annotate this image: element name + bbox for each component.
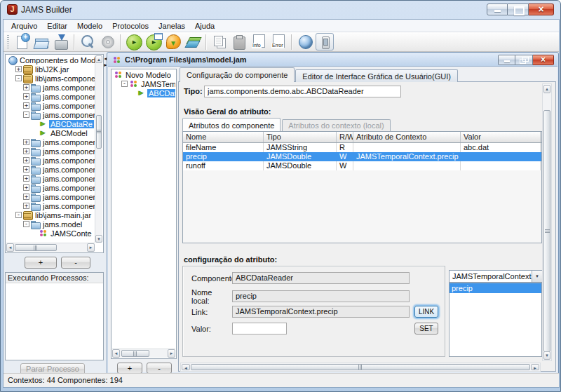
scroll-left-icon[interactable]: [182, 364, 190, 370]
set-button[interactable]: SET: [414, 323, 438, 334]
tab-atributos-componente[interactable]: Atributos do componente: [182, 118, 280, 131]
collapse-icon[interactable]: [23, 221, 29, 227]
run-icon[interactable]: [125, 33, 143, 50]
expand-icon[interactable]: [23, 93, 29, 100]
scroll-up-icon[interactable]: [543, 85, 550, 93]
processes-list[interactable]: [6, 283, 103, 360]
add-library-button[interactable]: +: [25, 257, 57, 269]
paste-icon[interactable]: [230, 33, 248, 50]
context-list-item[interactable]: precip: [450, 283, 541, 293]
export-icon[interactable]: [164, 33, 182, 50]
expand-icon[interactable]: [23, 166, 29, 173]
hscroll-thumb[interactable]: [121, 350, 149, 357]
vscroll-thumb[interactable]: [543, 110, 550, 352]
expand-icon[interactable]: [23, 157, 29, 163]
model-restore-button[interactable]: [515, 55, 533, 65]
vscroll-thumb[interactable]: [96, 115, 102, 149]
toolbar-grip-icon[interactable]: [7, 35, 9, 49]
title-bar[interactable]: J JAMS Builder: [1, 1, 560, 19]
component-item-jams-componen[interactable]: jams.componen: [6, 183, 95, 192]
valor-field[interactable]: [232, 323, 287, 334]
hscroll-thumb[interactable]: [191, 364, 530, 370]
model-tree-hscrollbar[interactable]: [112, 349, 175, 358]
expand-icon[interactable]: [23, 102, 29, 109]
model-item-novo-modelo[interactable]: Novo Modelo: [112, 70, 175, 79]
link-field[interactable]: JAMSTemporalContext.precip: [232, 306, 410, 318]
open-folder-icon[interactable]: [32, 33, 50, 50]
column-header-nome[interactable]: Nome: [183, 132, 264, 142]
table-row[interactable]: precipJAMSDoubleWJAMSTemporalContext.pre…: [183, 152, 541, 161]
scroll-down-icon[interactable]: [543, 351, 550, 360]
tab-content-hscrollbar[interactable]: [180, 363, 541, 372]
layers-icon[interactable]: [184, 33, 202, 50]
component-item-jams-componen[interactable]: jams.componen: [6, 101, 95, 110]
component-item-lib-jams-component[interactable]: lib\jams-component: [6, 74, 95, 83]
menu-item-ajuda[interactable]: Ajuda: [190, 20, 219, 32]
tipo-field[interactable]: jams.components.demo.abc.ABCDataReader: [204, 86, 401, 97]
scroll-left-icon[interactable]: [112, 349, 120, 358]
menu-item-modelo[interactable]: Modelo: [72, 20, 107, 32]
tab-configuracao[interactable]: Configuração do componente: [180, 67, 295, 82]
expand-icon[interactable]: [23, 84, 29, 90]
menu-item-arquivo[interactable]: Arquivo: [6, 20, 42, 32]
component-item-lib-j2k-jar[interactable]: lib\J2K.jar: [6, 65, 95, 74]
nome-local-field[interactable]: precip: [232, 290, 410, 302]
remove-library-button[interactable]: -: [61, 257, 90, 269]
component-item-lib-jams-main-jar[interactable]: lib\jams-main.jar: [6, 210, 95, 219]
context-combobox[interactable]: JAMSTemporalContext: [449, 270, 542, 283]
model-minimize-button[interactable]: [498, 55, 515, 65]
components-tree-vscrollbar[interactable]: [95, 55, 102, 243]
model-item-jamstemporalc[interactable]: JAMSTemporalC: [112, 79, 175, 88]
expand-icon[interactable]: [23, 184, 29, 191]
collapse-icon[interactable]: [23, 111, 29, 118]
collapse-icon[interactable]: [121, 81, 128, 87]
components-tree-hscrollbar[interactable]: [6, 243, 95, 252]
expand-icon[interactable]: [23, 203, 29, 209]
globe-icon[interactable]: [296, 33, 314, 50]
run-window-icon[interactable]: [144, 33, 163, 50]
chevron-down-icon[interactable]: [532, 271, 543, 282]
component-item-jamsconte[interactable]: JAMSConte: [6, 229, 95, 238]
expand-icon[interactable]: [23, 175, 29, 182]
componente-field[interactable]: ABCDataReader: [232, 272, 410, 284]
model-item-abcdatarea[interactable]: ABCDataRea: [112, 88, 175, 97]
hscroll-thumb[interactable]: [15, 244, 57, 251]
menu-item-editar[interactable]: Editar: [42, 20, 72, 32]
component-item-jams-componen[interactable]: jams.componen: [6, 137, 95, 147]
component-item-componentes-do-model[interactable]: Componentes do Model: [6, 55, 95, 65]
remove-component-button[interactable]: -: [147, 363, 172, 374]
model-close-button[interactable]: [533, 55, 554, 65]
component-item-jams-model[interactable]: jams.model: [6, 219, 95, 229]
model-window-titlebar[interactable]: C:\Program Files\jams\model.jam: [108, 53, 557, 67]
error-doc-icon[interactable]: Error: [269, 33, 288, 50]
new-file-icon[interactable]: [13, 33, 31, 50]
collapse-icon[interactable]: [15, 75, 22, 81]
expand-icon[interactable]: [23, 194, 29, 200]
component-item-jams-componen[interactable]: jams.componen: [6, 192, 95, 201]
component-item-jams-componen[interactable]: jams.componen: [6, 174, 95, 183]
scroll-right-icon[interactable]: [87, 243, 95, 252]
component-item-jams-componen[interactable]: jams.componen: [6, 156, 95, 165]
gear-icon[interactable]: [98, 33, 116, 50]
tab-atributos-contexto[interactable]: Atributos do contexto (local): [282, 119, 390, 131]
menu-item-janelas[interactable]: Janelas: [154, 20, 190, 32]
component-item-jams-componen[interactable]: jams.componen: [6, 201, 95, 210]
copy-icon[interactable]: [210, 33, 229, 50]
scroll-up-icon[interactable]: [95, 55, 102, 63]
add-component-button[interactable]: +: [117, 363, 142, 374]
component-item-abcmodel[interactable]: ABCModel: [6, 128, 95, 137]
scroll-right-icon[interactable]: [168, 349, 175, 358]
search-icon[interactable]: [79, 33, 97, 50]
column-header-valor[interactable]: Valor: [461, 132, 541, 142]
table-row[interactable]: fileNameJAMSStringRabc.dat: [183, 143, 541, 152]
save-icon[interactable]: [52, 33, 70, 50]
info-doc-icon[interactable]: Info: [250, 33, 268, 50]
component-item-jams-componen[interactable]: jams.componen: [6, 110, 95, 119]
scroll-left-icon[interactable]: [6, 243, 14, 252]
component-item-jams-componen[interactable]: jams.componen: [6, 92, 95, 101]
column-header-r-w[interactable]: R/W: [337, 132, 353, 142]
table-row[interactable]: runoffJAMSDoubleW: [183, 161, 541, 170]
component-item-jams-componen[interactable]: jams.componen: [6, 165, 95, 174]
component-item-jams-componen[interactable]: jams.componen: [6, 147, 95, 156]
maximize-button[interactable]: [508, 4, 529, 15]
